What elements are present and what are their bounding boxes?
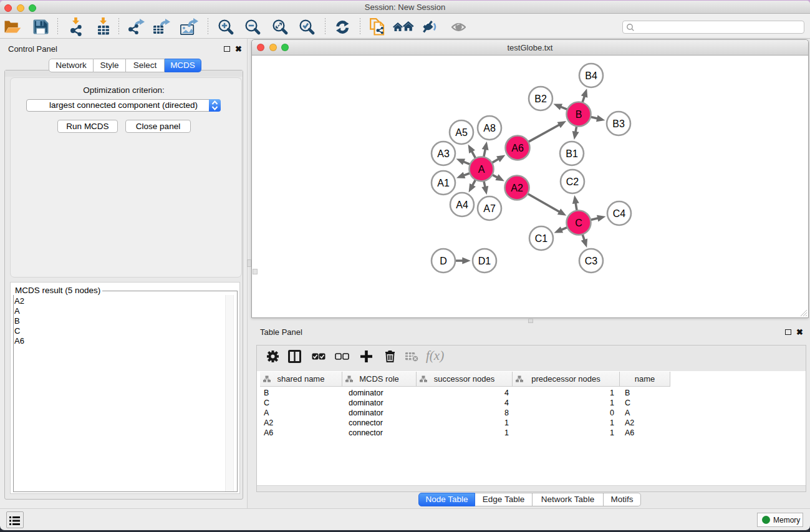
svg-text:A4: A4 xyxy=(456,200,468,210)
svg-text:B2: B2 xyxy=(534,94,547,104)
svg-text:C2: C2 xyxy=(566,177,579,187)
svg-text:A1: A1 xyxy=(437,178,450,188)
svg-text:A6: A6 xyxy=(511,143,524,153)
svg-text:A5: A5 xyxy=(455,127,468,138)
svg-text:D1: D1 xyxy=(478,256,491,266)
svg-text:B1: B1 xyxy=(566,148,578,159)
svg-text:C3: C3 xyxy=(585,256,598,266)
svg-text:C1: C1 xyxy=(535,233,548,244)
svg-text:D: D xyxy=(440,256,447,266)
svg-text:A: A xyxy=(478,164,485,175)
svg-text:B4: B4 xyxy=(585,70,597,81)
svg-text:B: B xyxy=(576,109,582,120)
svg-text:A8: A8 xyxy=(483,123,496,133)
svg-text:A3: A3 xyxy=(437,148,450,159)
svg-text:A2: A2 xyxy=(511,183,523,193)
svg-text:C: C xyxy=(575,218,582,228)
svg-text:C4: C4 xyxy=(613,208,626,219)
svg-text:B3: B3 xyxy=(612,118,625,129)
svg-text:A7: A7 xyxy=(483,203,496,214)
